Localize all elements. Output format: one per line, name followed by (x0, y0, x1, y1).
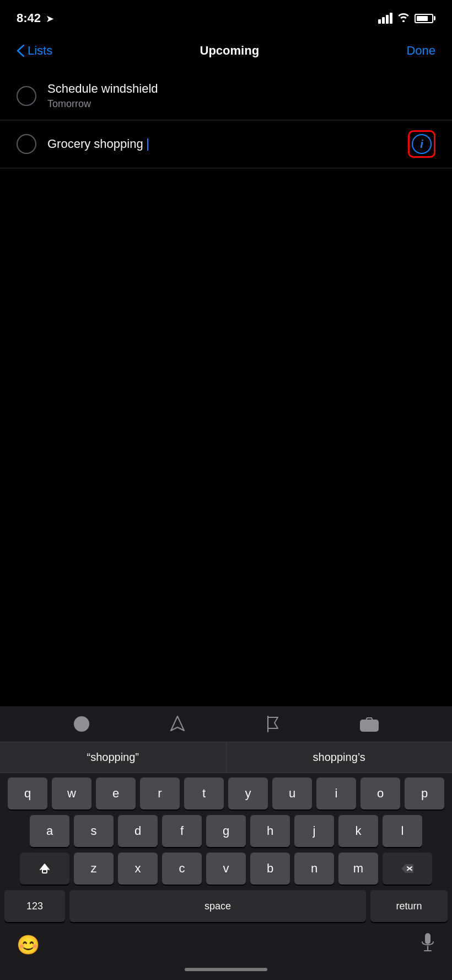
key-h[interactable]: h (250, 815, 290, 847)
page-title: Upcoming (200, 44, 260, 58)
key-j[interactable]: j (294, 815, 334, 847)
toolbar-location-icon[interactable] (170, 715, 185, 733)
empty-content-area (0, 168, 452, 411)
info-icon: i (412, 134, 432, 154)
key-o[interactable]: o (360, 777, 400, 809)
keyboard-keys: q w e r t y u i o p a s d f g h j k l (0, 773, 452, 885)
back-label: Lists (28, 44, 52, 58)
signal-icon (378, 13, 392, 24)
home-indicator-bar (0, 962, 452, 980)
autocorrect-row: “shopping” shopping’s (0, 742, 452, 773)
key-l[interactable]: l (383, 815, 422, 847)
autocorrect-option-2: shopping’s (313, 751, 365, 764)
key-u[interactable]: u (272, 777, 312, 809)
space-key[interactable]: space (69, 890, 366, 922)
key-n[interactable]: n (294, 853, 334, 885)
task-title-1: Schedule windshield (47, 82, 435, 96)
back-button[interactable]: Lists (17, 44, 52, 58)
shift-key[interactable] (20, 853, 69, 885)
bottom-bar: 😊 (0, 924, 452, 962)
status-time-area: 8:42 ➤ (17, 11, 54, 25)
key-q[interactable]: q (8, 777, 47, 809)
key-a[interactable]: a (30, 815, 69, 847)
task-checkbox-1[interactable] (17, 86, 36, 106)
info-button-highlighted[interactable]: i (408, 130, 435, 158)
svg-point-4 (366, 722, 373, 729)
key-y[interactable]: y (228, 777, 268, 809)
toolbar-camera-icon[interactable] (359, 716, 379, 732)
key-v[interactable]: v (206, 853, 246, 885)
svg-rect-5 (42, 870, 47, 873)
key-row-3: z x c v b n m (4, 853, 448, 885)
autocorrect-possessive[interactable]: shopping’s (226, 742, 453, 773)
key-w[interactable]: w (52, 777, 92, 809)
status-icons (378, 12, 435, 25)
mic-button[interactable] (420, 932, 435, 957)
delete-key[interactable] (383, 853, 432, 885)
key-b[interactable]: b (250, 853, 290, 885)
text-cursor (147, 139, 148, 151)
wifi-icon (397, 12, 410, 25)
emoji-button[interactable]: 😊 (17, 934, 40, 956)
battery-icon (415, 14, 435, 23)
return-key[interactable]: return (370, 890, 448, 922)
toolbar-clock-icon[interactable] (73, 715, 90, 733)
keyboard-toolbar (0, 706, 452, 742)
key-t[interactable]: t (184, 777, 224, 809)
status-time: 8:42 (17, 11, 41, 25)
key-row-2: a s d f g h j k l (4, 815, 448, 847)
status-bar: 8:42 ➤ (0, 0, 452, 33)
home-indicator (185, 968, 267, 971)
task-subtitle-1: Tomorrow (47, 98, 435, 110)
key-c[interactable]: c (162, 853, 202, 885)
task-checkbox-2[interactable] (17, 134, 36, 154)
key-e[interactable]: e (96, 777, 136, 809)
svg-marker-1 (171, 716, 184, 731)
autocorrect-quoted[interactable]: “shopping” (0, 742, 226, 773)
task-content-1: Schedule windshield Tomorrow (47, 82, 435, 110)
keyboard-bottom-row: 123 space return (0, 890, 452, 924)
task-content-2: Grocery shopping (47, 137, 408, 151)
key-row-1: q w e r t y u i o p (4, 777, 448, 809)
key-s[interactable]: s (74, 815, 114, 847)
task-item-1: Schedule windshield Tomorrow (0, 72, 452, 120)
num-key[interactable]: 123 (4, 890, 65, 922)
task-title-2: Grocery shopping (47, 137, 408, 151)
toolbar-flag-icon[interactable] (265, 715, 280, 733)
task-list: Schedule windshield Tomorrow Grocery sho… (0, 72, 452, 168)
key-g[interactable]: g (206, 815, 246, 847)
keyboard-section: “shopping” shopping’s q w e r t y u i o … (0, 706, 452, 980)
task-item-2: Grocery shopping i (0, 120, 452, 168)
key-r[interactable]: r (140, 777, 180, 809)
location-icon: ➤ (46, 13, 54, 24)
key-m[interactable]: m (338, 853, 378, 885)
nav-bar: Lists Upcoming Done (0, 33, 452, 72)
key-d[interactable]: d (118, 815, 158, 847)
key-f[interactable]: f (162, 815, 202, 847)
key-k[interactable]: k (338, 815, 378, 847)
autocorrect-option-1: “shopping” (87, 751, 139, 764)
key-i[interactable]: i (316, 777, 356, 809)
key-x[interactable]: x (118, 853, 158, 885)
done-button[interactable]: Done (406, 44, 435, 58)
svg-rect-8 (425, 933, 431, 944)
key-p[interactable]: p (405, 777, 444, 809)
key-z[interactable]: z (74, 853, 114, 885)
